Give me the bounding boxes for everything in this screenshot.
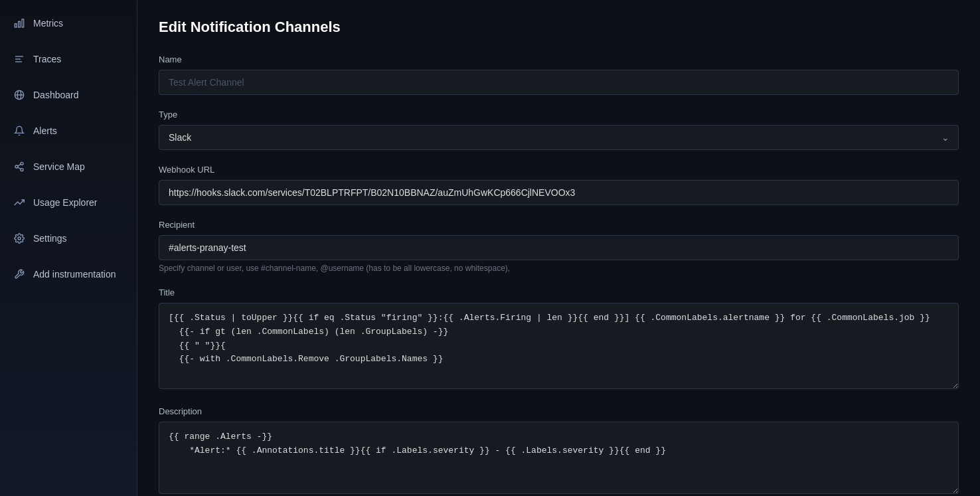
type-select-wrapper: Slack PagerDuty Email Webhook ⌄ bbox=[159, 125, 959, 150]
sidebar-item-alerts-label: Alerts bbox=[33, 125, 57, 136]
title-group: Title bbox=[159, 288, 959, 392]
bell-icon bbox=[13, 125, 25, 137]
type-group: Type Slack PagerDuty Email Webhook ⌄ bbox=[159, 110, 959, 150]
webhook-label: Webhook URL bbox=[159, 165, 959, 175]
sidebar-item-usage-explorer-label: Usage Explorer bbox=[33, 197, 98, 208]
name-label: Name bbox=[159, 54, 959, 64]
sidebar-item-traces[interactable]: Traces bbox=[0, 41, 137, 77]
sidebar-item-usage-explorer[interactable]: Usage Explorer bbox=[0, 185, 137, 220]
type-select[interactable]: Slack PagerDuty Email Webhook bbox=[159, 125, 959, 150]
align-left-icon bbox=[13, 53, 25, 65]
sidebar-item-settings-label: Settings bbox=[33, 233, 67, 244]
sidebar: Metrics Traces Dashboard Alerts bbox=[0, 0, 137, 496]
sidebar-item-dashboard-label: Dashboard bbox=[33, 90, 79, 100]
sidebar-item-alerts[interactable]: Alerts bbox=[0, 113, 137, 149]
globe-icon bbox=[13, 89, 25, 101]
sidebar-item-metrics-label: Metrics bbox=[33, 18, 63, 29]
svg-point-11 bbox=[21, 169, 23, 171]
svg-rect-2 bbox=[15, 24, 17, 27]
title-textarea[interactable] bbox=[159, 303, 959, 389]
sidebar-item-service-map[interactable]: Service Map bbox=[0, 149, 137, 185]
svg-rect-1 bbox=[19, 21, 21, 27]
svg-point-14 bbox=[18, 237, 21, 240]
sidebar-item-metrics[interactable]: Metrics bbox=[0, 5, 137, 41]
recipient-group: Recipient Specify channel or user, use #… bbox=[159, 220, 959, 273]
svg-point-10 bbox=[15, 165, 18, 168]
sidebar-item-settings[interactable]: Settings bbox=[0, 220, 137, 256]
sidebar-item-traces-label: Traces bbox=[33, 54, 61, 64]
bar-chart-icon bbox=[13, 17, 25, 29]
svg-line-12 bbox=[18, 167, 21, 169]
trending-up-icon bbox=[13, 197, 25, 208]
webhook-group: Webhook URL bbox=[159, 165, 959, 205]
recipient-input[interactable] bbox=[159, 235, 959, 260]
sidebar-item-add-instrumentation[interactable]: Add instrumentation bbox=[0, 256, 137, 292]
sidebar-item-dashboard[interactable]: Dashboard bbox=[0, 77, 137, 113]
recipient-hint: Specify channel or user, use #channel-na… bbox=[159, 264, 959, 273]
type-label: Type bbox=[159, 110, 959, 120]
svg-rect-0 bbox=[22, 19, 24, 27]
name-group: Name bbox=[159, 54, 959, 95]
description-textarea[interactable] bbox=[159, 422, 959, 494]
recipient-label: Recipient bbox=[159, 220, 959, 230]
svg-point-9 bbox=[21, 162, 23, 165]
svg-line-13 bbox=[18, 164, 21, 166]
description-label: Description bbox=[159, 406, 959, 416]
description-group: Description bbox=[159, 406, 959, 496]
settings-icon bbox=[13, 232, 25, 244]
webhook-input[interactable] bbox=[159, 180, 959, 205]
name-input[interactable] bbox=[159, 70, 959, 95]
tool-icon bbox=[13, 268, 25, 280]
page-title: Edit Notification Channels bbox=[159, 19, 959, 36]
main-content: Edit Notification Channels Name Type Sla… bbox=[137, 0, 980, 496]
sidebar-item-add-instrumentation-label: Add instrumentation bbox=[33, 269, 116, 280]
title-label: Title bbox=[159, 288, 959, 297]
sidebar-item-service-map-label: Service Map bbox=[33, 161, 85, 172]
share-icon bbox=[13, 161, 25, 173]
